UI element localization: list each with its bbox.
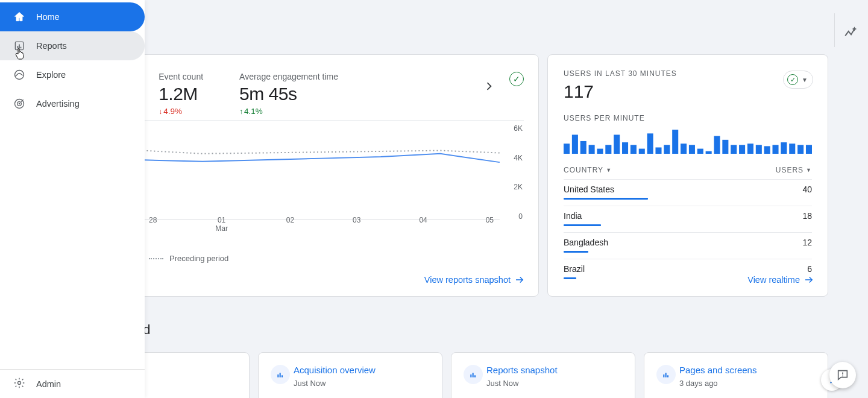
- recent-card[interactable]: Acquisition overview Just Now: [258, 352, 442, 398]
- country-name: United States: [564, 185, 614, 194]
- svg-point-8: [18, 382, 21, 385]
- svg-rect-31: [739, 145, 745, 154]
- svg-rect-45: [281, 375, 283, 377]
- sidebar-item-advertising[interactable]: Advertising: [0, 89, 145, 118]
- country-users: 18: [802, 211, 812, 221]
- sidebar-item-explore[interactable]: Explore: [0, 60, 145, 89]
- country-name: Bangladesh: [564, 238, 608, 247]
- sidebar: Home Reports Explore Advertising Admin: [0, 0, 145, 398]
- svg-rect-49: [663, 374, 664, 377]
- sidebar-item-label: Advertising: [36, 99, 80, 109]
- country-users: 40: [802, 185, 812, 194]
- realtime-subtitle: USERS PER MINUTE: [564, 114, 812, 122]
- caret-down-icon: ▼: [802, 77, 808, 83]
- users-per-minute-chart: [564, 127, 812, 154]
- feedback-button[interactable]: [829, 362, 856, 388]
- realtime-row[interactable]: United States 40: [564, 179, 812, 206]
- kpi-next-button[interactable]: [483, 80, 495, 95]
- country-name: India: [564, 211, 582, 221]
- svg-rect-30: [731, 145, 737, 154]
- kpi-event-count[interactable]: Event count 1.2M 4.9%: [159, 72, 203, 116]
- sidebar-item-label: Explore: [36, 70, 66, 80]
- svg-rect-29: [722, 140, 728, 154]
- realtime-status-dropdown[interactable]: ✓ ▼: [783, 71, 813, 89]
- feedback-icon: [836, 368, 849, 382]
- legend-preceding: Preceding period: [149, 254, 228, 263]
- svg-rect-10: [564, 144, 570, 154]
- realtime-row[interactable]: Bangladesh 12: [564, 232, 812, 259]
- country-name: Brazil: [564, 264, 585, 274]
- svg-rect-27: [706, 151, 712, 154]
- svg-rect-51: [667, 375, 668, 377]
- check-icon: ✓: [787, 74, 798, 85]
- arrow-right-icon: [514, 274, 525, 285]
- svg-rect-1: [17, 46, 19, 48]
- svg-rect-43: [277, 374, 278, 377]
- bar-chart-icon: [656, 365, 676, 384]
- svg-rect-18: [631, 145, 637, 154]
- recent-card[interactable]: Pages and screens 3 days ago: [644, 352, 828, 398]
- sidebar-item-label: Admin: [36, 379, 61, 389]
- insights-rail: [834, 0, 868, 398]
- realtime-card: USERS IN LAST 30 MINUTES 117 ✓ ▼ USERS P…: [547, 54, 828, 297]
- country-header[interactable]: COUNTRY▼: [564, 166, 612, 174]
- svg-rect-22: [664, 145, 670, 154]
- realtime-row[interactable]: India 18: [564, 206, 812, 232]
- status-ok-badge[interactable]: ✓: [509, 72, 524, 86]
- country-users: 6: [807, 264, 812, 274]
- explore-icon: [13, 69, 25, 81]
- svg-rect-20: [647, 133, 653, 154]
- svg-rect-16: [614, 134, 620, 154]
- svg-rect-47: [473, 373, 474, 377]
- svg-rect-35: [773, 145, 779, 154]
- insights-button[interactable]: [840, 22, 862, 43]
- sidebar-item-admin[interactable]: Admin: [0, 369, 145, 398]
- bar-chart-icon: [271, 365, 290, 384]
- svg-rect-37: [789, 144, 795, 154]
- sidebar-item-home[interactable]: Home: [0, 2, 145, 31]
- svg-rect-32: [747, 144, 753, 154]
- svg-rect-25: [689, 145, 695, 154]
- sidebar-item-label: Reports: [36, 41, 67, 51]
- target-icon: [13, 98, 25, 110]
- svg-rect-39: [806, 145, 812, 154]
- svg-rect-34: [764, 146, 770, 154]
- svg-rect-14: [597, 149, 603, 154]
- svg-point-7: [19, 103, 20, 105]
- x-axis-ticks: 2801Mar02030405: [149, 216, 494, 233]
- svg-rect-50: [665, 373, 667, 377]
- realtime-value: 117: [564, 81, 812, 102]
- svg-rect-24: [681, 144, 687, 154]
- svg-rect-13: [589, 145, 595, 154]
- y-axis-ticks: 6K 4K 2K 0: [508, 124, 523, 221]
- svg-rect-21: [655, 147, 661, 154]
- sidebar-item-reports[interactable]: Reports: [0, 31, 145, 60]
- insights-icon: [843, 25, 859, 40]
- realtime-country-list: United States 40 India 18 Bangladesh 12 …: [564, 179, 812, 285]
- svg-rect-2: [19, 45, 20, 49]
- svg-rect-44: [280, 373, 281, 377]
- kpi-engagement-time[interactable]: Average engagement time 5m 45s 4.1%: [239, 72, 338, 116]
- arrow-right-icon: [804, 274, 814, 285]
- svg-rect-46: [470, 374, 471, 377]
- svg-rect-11: [572, 134, 578, 154]
- svg-rect-38: [797, 145, 804, 154]
- svg-rect-19: [639, 149, 645, 154]
- home-icon: [13, 11, 25, 23]
- svg-rect-48: [474, 375, 476, 377]
- svg-rect-36: [781, 142, 787, 154]
- caret-down-icon: ▼: [806, 167, 812, 173]
- bar-chart-icon: [13, 40, 25, 52]
- chevron-right-icon: [483, 80, 495, 92]
- svg-rect-15: [605, 145, 611, 154]
- recent-card[interactable]: Reports snapshot Just Now: [451, 352, 635, 398]
- realtime-title: USERS IN LAST 30 MINUTES: [564, 69, 812, 78]
- sidebar-item-label: Home: [36, 12, 60, 22]
- svg-rect-17: [622, 142, 628, 154]
- view-realtime-link[interactable]: View realtime: [747, 274, 814, 285]
- svg-rect-3: [20, 47, 22, 49]
- gear-icon: [13, 377, 25, 391]
- svg-rect-23: [672, 130, 678, 154]
- view-reports-snapshot-link[interactable]: View reports snapshot: [424, 274, 525, 285]
- users-header[interactable]: USERS▼: [776, 166, 812, 174]
